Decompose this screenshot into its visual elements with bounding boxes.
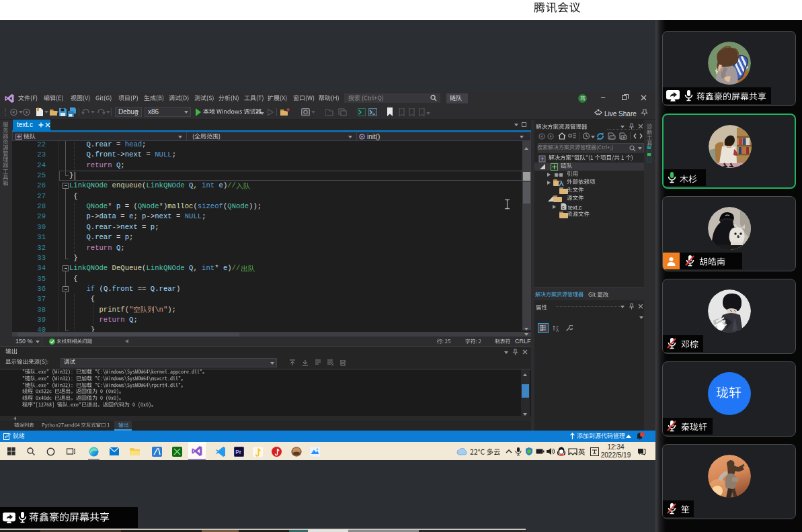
svg-text:c: c <box>562 205 565 210</box>
svg-text:A: A <box>556 328 559 332</box>
svg-text:Pr: Pr <box>235 449 242 455</box>
